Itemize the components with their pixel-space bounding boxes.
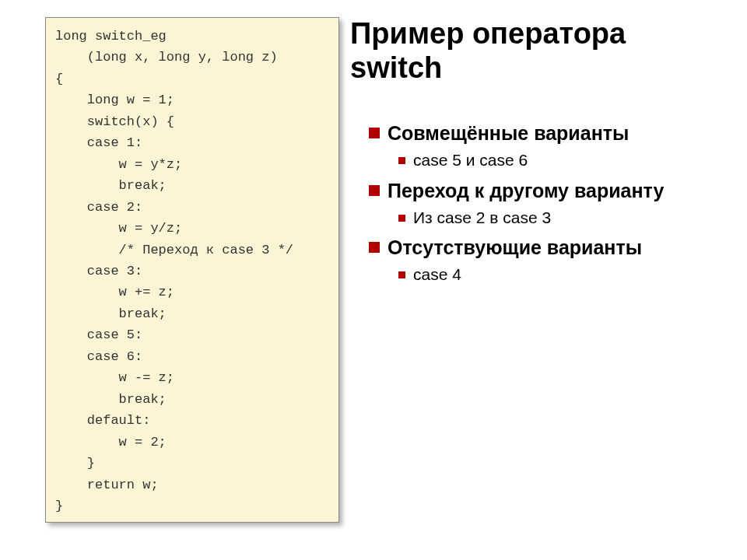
- square-bullet-icon: [369, 185, 380, 196]
- bullet-item-fallthrough: Переход к другому варианту: [369, 179, 711, 203]
- bullet-item-missing: Отсутствующие варианты: [369, 236, 711, 260]
- code-block: long switch_eg (long x, long y, long z) …: [45, 17, 339, 523]
- square-bullet-icon: [369, 242, 380, 253]
- bullet-text: Совмещённые варианты: [388, 121, 629, 145]
- bullet-list: Совмещённые варианты case 5 и case 6 Пер…: [369, 121, 711, 293]
- bullet-subitem: case 5 и case 6: [398, 150, 711, 170]
- bullet-subtext: Из case 2 в case 3: [413, 208, 551, 228]
- bullet-text: Отсутствующие варианты: [388, 236, 642, 260]
- slide-title: Пример оператора switch: [350, 17, 708, 85]
- bullet-subitem: case 4: [398, 264, 711, 285]
- bullet-text: Переход к другому варианту: [388, 179, 664, 203]
- square-bullet-icon: [398, 215, 405, 222]
- square-bullet-icon: [398, 157, 405, 164]
- square-bullet-icon: [369, 128, 380, 138]
- code-text: long switch_eg (long x, long y, long z) …: [55, 26, 329, 516]
- bullet-subtext: case 4: [413, 264, 461, 285]
- bullet-subtext: case 5 и case 6: [413, 150, 528, 170]
- bullet-item-combined: Совмещённые варианты: [369, 121, 711, 145]
- square-bullet-icon: [398, 271, 405, 278]
- bullet-subitem: Из case 2 в case 3: [398, 208, 711, 228]
